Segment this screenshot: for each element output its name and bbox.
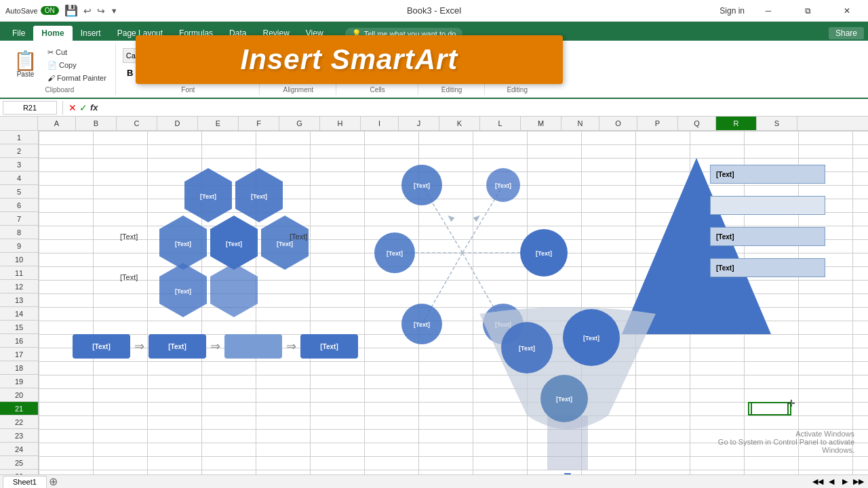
row-18[interactable]: 18 bbox=[0, 361, 38, 375]
row-10[interactable]: 10 bbox=[0, 253, 38, 266]
col-E[interactable]: E bbox=[198, 117, 239, 130]
row-13[interactable]: 13 bbox=[0, 293, 38, 307]
scroll-right-btn[interactable]: ▶ bbox=[838, 475, 852, 489]
undo-icon[interactable]: ↩ bbox=[83, 5, 92, 16]
pyramid-text-2[interactable]: [Text] bbox=[710, 227, 825, 246]
scroll-left-btn[interactable]: ◀◀ bbox=[811, 475, 825, 489]
row-17[interactable]: 17 bbox=[0, 348, 38, 361]
row-6[interactable]: 6 bbox=[0, 199, 38, 212]
row-2[interactable]: 2 bbox=[0, 144, 38, 158]
paste-button[interactable]: 📋 Paste bbox=[9, 50, 41, 79]
tab-home[interactable]: Home bbox=[33, 26, 72, 41]
pyramid-text-3[interactable]: [Text] bbox=[710, 258, 825, 277]
col-F[interactable]: F bbox=[239, 117, 279, 130]
scroll-left2-btn[interactable]: ◀ bbox=[825, 475, 838, 489]
col-C[interactable]: C bbox=[117, 117, 157, 130]
pyramid-text-1[interactable]: [Text] bbox=[710, 165, 825, 184]
restore-button[interactable]: ⧉ bbox=[792, 0, 823, 22]
col-I[interactable]: I bbox=[361, 117, 399, 130]
col-N[interactable]: N bbox=[561, 117, 599, 130]
row-3[interactable]: 3 bbox=[0, 158, 38, 171]
col-S[interactable]: S bbox=[757, 117, 797, 130]
formula-input[interactable] bbox=[101, 101, 865, 115]
cursor-cross: ✛ bbox=[787, 398, 795, 409]
row-5[interactable]: 5 bbox=[0, 185, 38, 199]
sheet-tab-1[interactable]: Sheet1 bbox=[3, 476, 47, 488]
formula-icons: ✕ ✓ fx bbox=[68, 102, 98, 113]
fx-icon[interactable]: fx bbox=[90, 102, 98, 113]
col-O[interactable]: O bbox=[599, 117, 637, 130]
process-box-4[interactable]: [Text] bbox=[300, 334, 358, 359]
col-Q[interactable]: Q bbox=[678, 117, 716, 130]
row-14[interactable]: 14 bbox=[0, 307, 38, 321]
clipboard-sub: ✂ Cut 📄 Copy 🖌 Format Painter bbox=[44, 47, 110, 83]
row-19[interactable]: 19 bbox=[0, 375, 38, 388]
col-A[interactable]: A bbox=[38, 117, 76, 130]
col-M[interactable]: M bbox=[521, 117, 561, 130]
col-J[interactable]: J bbox=[399, 117, 439, 130]
row-9[interactable]: 9 bbox=[0, 239, 38, 253]
corner-cell[interactable] bbox=[0, 117, 38, 130]
copy-button[interactable]: 📄 Copy bbox=[44, 60, 110, 71]
scroll-right2-btn[interactable]: ▶▶ bbox=[852, 475, 865, 489]
col-D[interactable]: D bbox=[157, 117, 198, 130]
col-L[interactable]: L bbox=[480, 117, 521, 130]
svg-text:[Text]: [Text] bbox=[495, 182, 511, 189]
share-button[interactable]: Share bbox=[829, 27, 864, 39]
cells-label: Cells bbox=[370, 86, 385, 94]
confirm-formula-icon[interactable]: ✓ bbox=[79, 102, 87, 113]
arrow-1: ⇒ bbox=[134, 339, 144, 354]
row-headers: 1 2 3 4 5 6 7 8 9 10 11 12 13 14 15 16 1… bbox=[0, 131, 39, 474]
tab-insert[interactable]: Insert bbox=[73, 26, 109, 41]
redo-icon[interactable]: ↪ bbox=[97, 5, 105, 16]
customize-qat-icon[interactable]: ▼ bbox=[111, 7, 118, 15]
tab-file[interactable]: File bbox=[4, 26, 33, 41]
signin-button[interactable]: Sign in bbox=[719, 6, 745, 16]
col-P[interactable]: P bbox=[637, 117, 678, 130]
clipboard-content: 📋 Paste ✂ Cut 📄 Copy 🖌 Format Painter bbox=[9, 45, 110, 85]
process-box-1[interactable]: [Text] bbox=[73, 334, 130, 359]
diagram-area: [Text] [Text] [Text] [Text] [Text] bbox=[39, 131, 868, 474]
col-B[interactable]: B bbox=[76, 117, 117, 130]
close-button[interactable]: ✕ bbox=[831, 0, 863, 22]
row-21[interactable]: 21 bbox=[0, 402, 38, 415]
row-24[interactable]: 24 bbox=[0, 443, 38, 456]
grid-area[interactable]: [Text] [Text] [Text] [Text] [Text] bbox=[39, 131, 868, 474]
name-box[interactable] bbox=[3, 101, 57, 115]
row-22[interactable]: 22 bbox=[0, 415, 38, 429]
autosave-label: AutoSave bbox=[5, 7, 38, 15]
col-K[interactable]: K bbox=[439, 117, 480, 130]
row-20[interactable]: 20 bbox=[0, 388, 38, 402]
process-box-2[interactable]: [Text] bbox=[149, 334, 206, 359]
row-8[interactable]: 8 bbox=[0, 226, 38, 239]
add-sheet-button[interactable]: ⊕ bbox=[47, 475, 60, 489]
minimize-button[interactable]: ─ bbox=[753, 0, 784, 22]
col-G[interactable]: G bbox=[279, 117, 320, 130]
col-R[interactable]: R bbox=[716, 117, 757, 130]
row-16[interactable]: 16 bbox=[0, 334, 38, 348]
row-15[interactable]: 15 bbox=[0, 321, 38, 334]
row-7[interactable]: 7 bbox=[0, 212, 38, 226]
cut-button[interactable]: ✂ Cut bbox=[44, 47, 110, 58]
format-painter-button[interactable]: 🖌 Format Painter bbox=[44, 73, 110, 83]
svg-marker-19 bbox=[473, 214, 482, 222]
col-H[interactable]: H bbox=[320, 117, 361, 130]
column-headers: A B C D E F G H I J K L M N O P Q R S bbox=[0, 117, 868, 131]
row-12[interactable]: 12 bbox=[0, 280, 38, 293]
svg-text:[Text]: [Text] bbox=[175, 241, 191, 247]
row-11[interactable]: 11 bbox=[0, 266, 38, 280]
row-23[interactable]: 23 bbox=[0, 429, 38, 443]
cancel-formula-icon[interactable]: ✕ bbox=[68, 102, 77, 113]
svg-text:[Text]: [Text] bbox=[226, 241, 242, 247]
titlebar-left: AutoSave ON 💾 ↩ ↪ ▼ bbox=[5, 4, 118, 17]
hex-text-left1: [Text] bbox=[120, 232, 138, 241]
save-icon[interactable]: 💾 bbox=[64, 4, 78, 17]
row-1[interactable]: 1 bbox=[0, 131, 38, 144]
row-25[interactable]: 25 bbox=[0, 456, 38, 470]
hex-7[interactable] bbox=[210, 263, 258, 317]
process-box-3[interactable] bbox=[224, 334, 282, 359]
funnel-diagram: [Text] [Text] [Text] [Text] bbox=[459, 293, 676, 474]
autosave-toggle[interactable]: ON bbox=[41, 6, 59, 15]
row-26[interactable]: 26 bbox=[0, 470, 38, 474]
row-4[interactable]: 4 bbox=[0, 171, 38, 185]
